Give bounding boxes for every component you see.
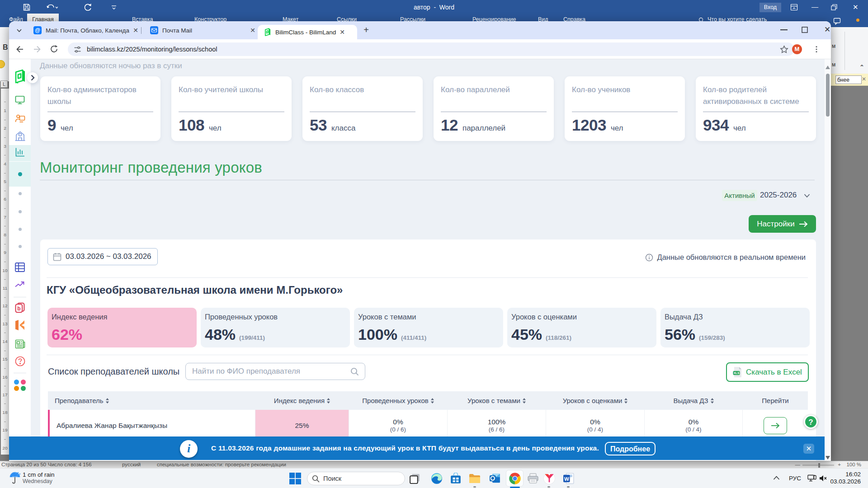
svg-text:8: 8 [4,233,6,237]
svg-text:6: 6 [4,197,6,202]
svg-text:b: b [17,305,20,312]
svg-text:5: 5 [4,179,6,184]
svg-text:W: W [564,476,569,482]
svg-text:20: 20 [2,446,7,450]
svg-text:@: @ [35,27,40,33]
svg-text:15: 15 [2,357,7,361]
svg-text:19: 19 [2,428,7,432]
svg-text:14: 14 [2,339,8,344]
svg-text:13: 13 [2,322,7,326]
svg-text:4: 4 [4,162,6,166]
svg-text:17: 17 [2,393,7,397]
svg-text:2: 2 [4,126,6,131]
svg-text:12: 12 [2,304,7,308]
svg-text:9: 9 [4,250,6,255]
svg-text:11: 11 [3,286,8,291]
svg-text:XLS: XLS [734,371,740,375]
svg-text:1: 1 [4,108,6,113]
svg-text:3: 3 [4,144,6,149]
svg-text:16: 16 [2,375,7,380]
svg-text:10: 10 [2,268,7,273]
svg-text:18: 18 [2,410,7,415]
svg-text:7: 7 [4,215,6,220]
